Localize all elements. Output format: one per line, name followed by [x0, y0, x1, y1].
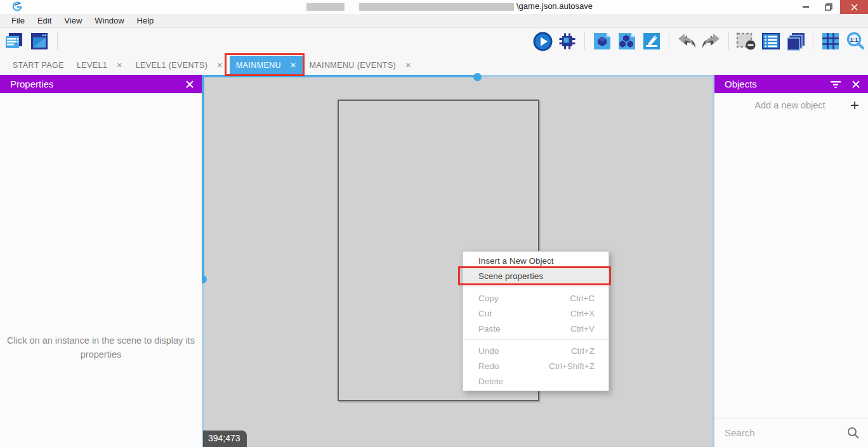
play-icon[interactable] [532, 31, 553, 51]
tab-label: START PAGE [13, 61, 64, 70]
properties-panel: Properties Click on an instance in the s… [0, 75, 202, 447]
toolbar-separator [813, 32, 813, 50]
menu-item-scene-properties[interactable]: Scene properties [463, 268, 608, 283]
menu-window[interactable]: Window [88, 14, 130, 27]
menu-separator [463, 287, 608, 287]
minimize-icon [803, 6, 809, 8]
filter-icon[interactable] [830, 80, 841, 89]
menu-view[interactable]: View [58, 14, 88, 27]
window-title: \game.json.autosave [516, 1, 593, 11]
scene-border-top [478, 75, 714, 77]
objects-panel: Objects Add a new object + Search [714, 75, 868, 447]
menu-file[interactable]: File [5, 14, 31, 27]
menu-item-cut[interactable]: Cut Ctrl+X [463, 306, 608, 321]
gdevelop-window: \game.json.autosave File Edit View Windo… [0, 0, 868, 447]
objects-panel-header: Objects [714, 75, 868, 93]
menu-item-copy[interactable]: Copy Ctrl+C [463, 290, 608, 306]
tab-close-icon[interactable]: ✕ [216, 61, 223, 70]
scene-properties-edit-icon[interactable] [641, 31, 662, 51]
scene-resize-handle-top[interactable] [473, 73, 482, 81]
menu-item-paste[interactable]: Paste Ctrl+V [463, 321, 608, 336]
menu-item-insert-new-object[interactable]: Insert a New Object [463, 253, 608, 268]
tab-close-icon[interactable]: ✕ [290, 61, 296, 70]
add-object-button[interactable]: + [850, 98, 859, 113]
properties-panel-title: Properties [10, 79, 53, 89]
search-input[interactable]: Search [725, 427, 847, 438]
layers-list-icon[interactable] [761, 31, 781, 51]
close-icon [851, 4, 858, 11]
scene-border-left [202, 280, 204, 447]
toolbar-separator [584, 32, 585, 50]
context-menu: Insert a New Object Scene properties Cop… [463, 251, 609, 391]
tab-mainmenu-events[interactable]: MAINMENU (EVENTS) ✕ [303, 56, 418, 75]
objects-panel-title: Objects [725, 79, 757, 89]
cursor-coordinates: 394;473 [203, 431, 247, 447]
menu-edit[interactable]: Edit [31, 14, 58, 27]
tab-close-icon[interactable]: ✕ [405, 61, 411, 70]
tab-mainmenu[interactable]: MAINMENU ✕ [230, 56, 303, 75]
layers-icon[interactable] [786, 31, 806, 51]
objects-search-bar: Search [714, 418, 868, 447]
minimize-button[interactable] [794, 0, 817, 14]
scene-canvas[interactable]: 394;473 [202, 75, 714, 447]
app-logo-icon [11, 1, 23, 13]
close-icon[interactable] [852, 80, 860, 89]
tab-label: LEVEL1 (EVENTS) [136, 61, 208, 70]
toolbar-separator [728, 32, 729, 50]
close-button[interactable] [840, 0, 868, 14]
object-groups-icon[interactable] [617, 31, 637, 51]
menu-item-delete[interactable]: Delete [463, 373, 608, 389]
menu-help[interactable]: Help [131, 14, 161, 27]
tab-level1-events[interactable]: LEVEL1 (EVENTS) ✕ [129, 56, 230, 75]
project-manager-icon[interactable] [4, 31, 24, 51]
redacted-title-segment [359, 3, 514, 11]
scene-border-left [202, 75, 204, 280]
menu-bar: File Edit View Window Help [0, 14, 868, 28]
toolbar-separator [669, 32, 669, 50]
restore-icon [825, 3, 832, 11]
tab-start-page[interactable]: START PAGE [6, 56, 70, 75]
scene-border-top [202, 75, 478, 77]
redacted-title-segment [306, 3, 345, 11]
start-page-icon[interactable] [29, 31, 49, 51]
toolbar-separator [57, 32, 58, 50]
tab-label: MAINMENU [236, 61, 281, 70]
add-object-label: Add a new object [730, 100, 850, 110]
scene-objects-icon[interactable] [592, 31, 612, 51]
tab-label: LEVEL1 [77, 61, 107, 70]
add-object-row: Add a new object + [714, 93, 868, 117]
tab-bar: START PAGE LEVEL1 ✕ LEVEL1 (EVENTS) ✕ MA… [0, 56, 868, 75]
properties-panel-header: Properties [0, 75, 202, 93]
instances-list-icon[interactable] [736, 31, 756, 51]
svg-text:1:1: 1:1 [850, 36, 858, 42]
toolbar: 1:1 [0, 29, 868, 56]
title-bar: \game.json.autosave [0, 0, 868, 14]
tab-level1[interactable]: LEVEL1 ✕ [70, 56, 129, 75]
tab-close-icon[interactable]: ✕ [116, 61, 122, 70]
undo-icon[interactable] [676, 31, 697, 51]
properties-empty-message: Click on an instance in the scene to dis… [6, 334, 196, 361]
close-icon[interactable] [185, 80, 194, 89]
grid-icon[interactable] [820, 31, 841, 51]
menu-item-undo[interactable]: Undo Ctrl+Z [463, 343, 608, 358]
menu-item-redo[interactable]: Redo Ctrl+Shift+Z [463, 358, 608, 373]
search-icon[interactable] [847, 427, 859, 439]
redo-icon[interactable] [701, 31, 721, 51]
restore-button[interactable] [817, 0, 840, 14]
zoom-original-icon[interactable]: 1:1 [845, 31, 865, 51]
tab-label: MAINMENU (EVENTS) [310, 61, 397, 70]
debug-icon[interactable] [557, 31, 577, 51]
menu-separator [463, 339, 608, 340]
